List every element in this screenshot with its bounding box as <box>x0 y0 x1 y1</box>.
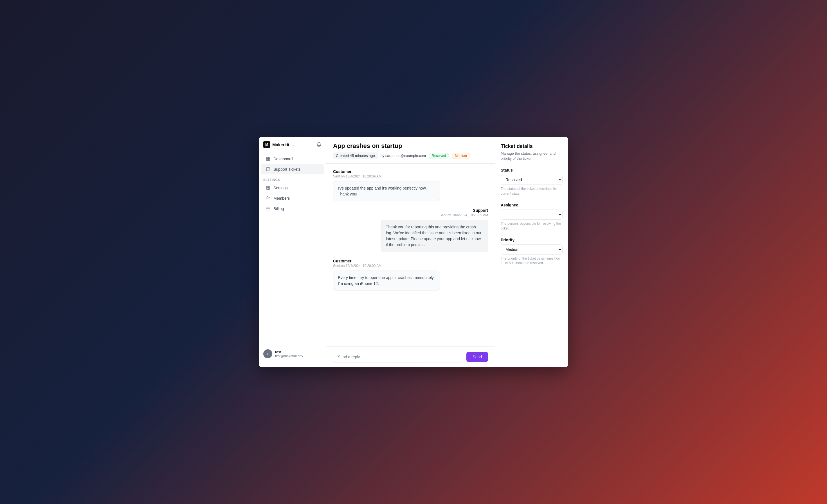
sidebar-item-label: Support Tickets <box>274 167 301 171</box>
sidebar-item-label: Dashboard <box>274 157 293 161</box>
user-email: test@makerkit.dev <box>275 354 303 358</box>
sidebar-footer: T test test@makerkit.dev <box>259 345 326 363</box>
reply-input[interactable] <box>333 351 463 363</box>
reply-area: Send <box>326 346 495 367</box>
message-group: Support Sent on 10/4/2024, 10:20:09 AM T… <box>333 208 488 252</box>
sidebar-item-label: Billing <box>274 206 284 211</box>
sidebar-item-billing[interactable]: Billing <box>261 204 324 214</box>
main-content: App crashes on startup Created 45 minute… <box>326 137 495 367</box>
message-circle-icon <box>265 167 271 172</box>
priority-label: Priority <box>501 238 563 242</box>
send-button[interactable]: Send <box>467 352 488 362</box>
users-icon <box>265 196 271 201</box>
panel-subtitle: Manage the status, assignee, and priorit… <box>501 151 563 161</box>
status-section: Status Open Resolved Closed Pending The … <box>501 168 563 196</box>
message-header: Customer Sent on 10/4/2024, 10:20:09 AM <box>333 169 488 178</box>
svg-rect-1 <box>269 157 270 159</box>
priority-select[interactable]: Low Medium High Critical <box>501 244 563 255</box>
message-bubble: I've updated the app and it's working pe… <box>333 181 440 201</box>
bell-icon[interactable] <box>317 142 322 147</box>
message-time: Sent on 10/4/2024, 10:20:09 AM <box>333 174 488 178</box>
assignee-select[interactable] <box>501 209 563 220</box>
sidebar-item-label: Members <box>274 196 290 201</box>
sidebar-item-dashboard[interactable]: Dashboard <box>261 154 324 164</box>
ticket-header: App crashes on startup Created 45 minute… <box>326 137 495 164</box>
assignee-help-text: The person responsible for resolving the… <box>501 221 563 231</box>
status-badge: Resolved <box>429 153 449 159</box>
panel-title: Ticket details <box>501 143 563 149</box>
user-info: test test@makerkit.dev <box>275 350 303 358</box>
ticket-title: App crashes on startup <box>333 142 488 150</box>
svg-point-4 <box>267 187 269 189</box>
svg-rect-6 <box>266 207 270 210</box>
message-bubble: Every time I try to open the app, it cra… <box>333 270 440 291</box>
message-time: Sent on 10/4/2024, 10:20:09 AM <box>333 264 488 268</box>
assignee-label: Assignee <box>501 203 563 207</box>
message-group: Customer Sent on 10/4/2024, 10:20:09 AM … <box>333 259 488 291</box>
brand-name: Makerkit <box>272 142 289 147</box>
messages-area: Customer Sent on 10/4/2024, 10:20:09 AM … <box>326 164 495 346</box>
app-window: M Makerkit ⌄ Dashboard <box>259 137 568 367</box>
status-label: Status <box>501 168 563 172</box>
priority-badge: Medium <box>452 153 470 159</box>
assignee-section: Assignee The person responsible for reso… <box>501 203 563 231</box>
sidebar-header: M Makerkit ⌄ <box>259 141 326 154</box>
priority-section: Priority Low Medium High Critical The pr… <box>501 238 563 266</box>
settings-section-label: SETTINGS <box>259 175 326 183</box>
message-sender: Support <box>440 208 488 213</box>
status-select[interactable]: Open Resolved Closed Pending <box>501 175 563 185</box>
chevron-down-icon: ⌄ <box>292 143 294 147</box>
message-group: Customer Sent on 10/4/2024, 10:20:09 AM … <box>333 169 488 201</box>
user-name: test <box>275 350 303 354</box>
right-panel: Ticket details Manage the status, assign… <box>495 137 568 367</box>
sidebar: M Makerkit ⌄ Dashboard <box>259 137 326 367</box>
sidebar-item-members[interactable]: Members <box>261 193 324 203</box>
message-header: Support Sent on 10/4/2024, 10:20:09 AM <box>440 208 488 217</box>
message-sender: Customer <box>333 259 488 263</box>
ticket-by: by sarah.lee@example.com <box>381 154 426 158</box>
message-time: Sent on 10/4/2024, 10:20:09 AM <box>440 213 488 217</box>
sidebar-item-settings[interactable]: Settings <box>261 183 324 193</box>
svg-point-5 <box>267 197 268 198</box>
sidebar-item-support-tickets[interactable]: Support Tickets <box>261 164 324 174</box>
avatar: T <box>263 349 272 358</box>
svg-rect-3 <box>269 159 270 161</box>
ticket-created: Created 45 minutes ago <box>333 152 378 159</box>
svg-rect-2 <box>266 159 268 161</box>
grid-icon <box>265 156 271 161</box>
settings-icon <box>265 185 271 190</box>
svg-rect-0 <box>266 157 268 159</box>
credit-card-icon <box>265 206 271 211</box>
message-bubble: Thank you for reporting this and providi… <box>381 220 488 252</box>
priority-help-text: The priority of the ticket determines ho… <box>501 256 563 266</box>
status-help-text: The status of the ticket determines its … <box>501 187 563 196</box>
ticket-meta: Created 45 minutes ago by sarah.lee@exam… <box>333 152 488 159</box>
sidebar-item-label: Settings <box>274 186 288 190</box>
sidebar-brand[interactable]: M Makerkit ⌄ <box>263 141 294 148</box>
settings-nav: Settings Members <box>259 183 326 214</box>
main-nav: Dashboard Support Tickets <box>259 154 326 175</box>
brand-logo: M <box>263 141 270 148</box>
message-sender: Customer <box>333 169 488 174</box>
message-header: Customer Sent on 10/4/2024, 10:20:09 AM <box>333 259 488 268</box>
